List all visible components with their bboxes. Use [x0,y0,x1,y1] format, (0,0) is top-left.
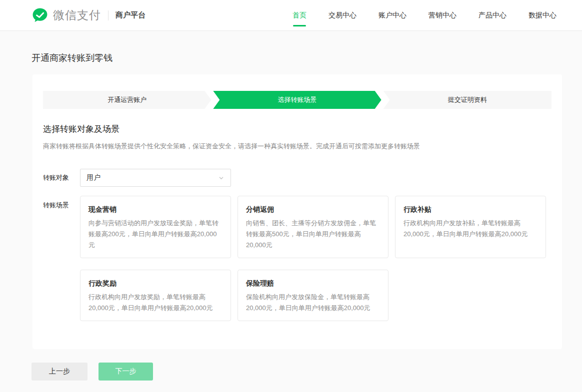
scene-card-description: 向参与营销活动的用户发放现金奖励，单笔转账最高200元，单日向单用户转账最高20… [88,218,222,251]
section-title: 选择转账对象及场景 [43,123,552,135]
scene-card-insurance-claim[interactable]: 保险理赔 保险机构向用户发放保险金，单笔转账最高20,000元，单日向单用户转账… [238,270,388,321]
scene-card-distribution-commission[interactable]: 分销返佣 向销售、团长、主播等分销方发放佣金，单笔转账最高500元，单日向单用户… [238,196,388,258]
scene-card-title: 行政补贴 [404,204,538,214]
step-open-operating-account: 开通运营账户 [43,91,211,109]
section-description: 商家转账将根据具体转账场景提供个性化安全策略，保证资金安全，请选择一种真实转账场… [43,142,552,151]
transfer-target-row: 转账对象 用户 [43,169,552,187]
top-header: 微信支付 商户平台 首页 交易中心 账户中心 营销中心 产品中心 数据中心 [0,0,582,31]
brand-name: 微信支付 [53,7,101,23]
scene-card-description: 行政机构向用户发放补贴，单笔转账最高20,000元，单日向单用户转账最高20,0… [404,218,538,240]
step-submit-certificates: 提交证明资料 [384,91,552,109]
transfer-scene-label: 转账场景 [43,201,80,210]
transfer-target-label: 转账对象 [43,173,80,182]
chevron-down-icon [218,175,224,181]
step-select-transfer-scene: 选择转账场景 [213,91,381,109]
prev-step-button[interactable]: 上一步 [32,363,88,381]
transfer-scene-row: 转账场景 现金营销 向参与营销活动的用户发放现金奖励，单笔转账最高200元，单日… [43,196,552,321]
scene-card-title: 现金营销 [88,204,222,214]
next-step-button[interactable]: 下一步 [98,363,153,381]
nav-item-account-center[interactable]: 账户中心 [378,9,406,22]
nav-item-transaction-center[interactable]: 交易中心 [328,9,356,22]
scene-card-description: 向销售、团长、主播等分销方发放佣金，单笔转账最高500元，单日向单用户转账最高2… [246,218,380,251]
scene-card-administrative-reward[interactable]: 行政奖励 行政机构向用户发放奖励，单笔转账最高20,000元，单日向单用户转账最… [80,270,231,321]
nav-item-product-center[interactable]: 产品中心 [478,9,506,22]
step-progress-bar: 开通运营账户 选择转账场景 提交证明资料 [43,91,552,109]
transfer-target-select[interactable]: 用户 [80,169,231,187]
scene-card-title: 行政奖励 [88,278,222,288]
transfer-target-value: 用户 [86,173,100,182]
scene-card-grid: 现金营销 向参与营销活动的用户发放现金奖励，单笔转账最高200元，单日向单用户转… [80,196,546,321]
wechat-pay-logo[interactable]: 微信支付 商户平台 [32,7,146,24]
scene-card-administrative-subsidy[interactable]: 行政补贴 行政机构向用户发放补贴，单笔转账最高20,000元，单日向单用户转账最… [395,196,546,258]
platform-name: 商户平台 [116,10,146,20]
wechat-pay-bubble-check-icon [32,7,48,24]
scene-card-description: 行政机构向用户发放奖励，单笔转账最高20,000元，单日向单用户转账最高20,0… [88,292,222,314]
scene-card-title: 分销返佣 [246,204,380,214]
logo-divider [108,10,108,20]
nav-item-data-center[interactable]: 数据中心 [528,9,556,22]
nav-item-home[interactable]: 首页 [292,9,306,22]
scene-card-title: 保险理赔 [246,278,380,288]
page-title: 开通商家转账到零钱 [32,52,582,64]
footer-actions: 上一步 下一步 [32,363,582,381]
top-nav: 首页 交易中心 账户中心 营销中心 产品中心 数据中心 [292,9,556,22]
main-panel: 开通运营账户 选择转账场景 提交证明资料 选择转账对象及场景 商家转账将根据具体… [32,74,562,349]
scene-card-cash-marketing[interactable]: 现金营销 向参与营销活动的用户发放现金奖励，单笔转账最高200元，单日向单用户转… [80,196,231,258]
scene-card-description: 保险机构向用户发放保险金，单笔转账最高20,000元，单日向单用户转账最高20,… [246,292,380,314]
nav-item-marketing-center[interactable]: 营销中心 [428,9,456,22]
